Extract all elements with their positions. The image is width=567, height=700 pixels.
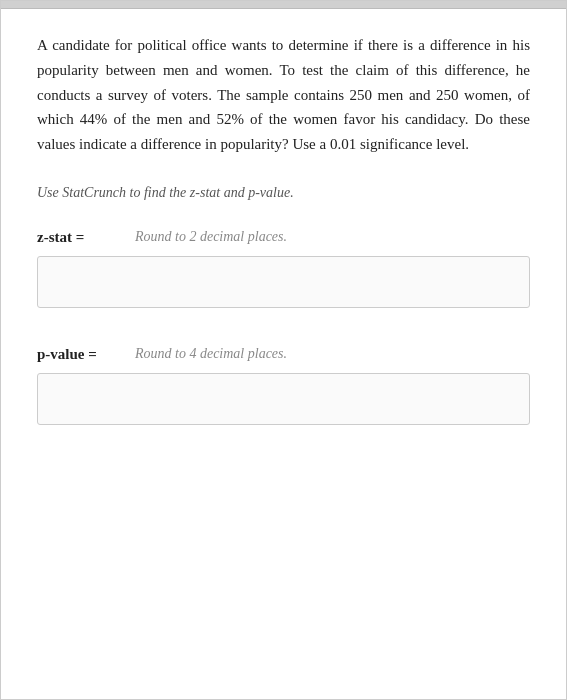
spacer	[37, 336, 530, 346]
pvalue-row: p-value = Round to 4 decimal places.	[37, 346, 530, 363]
zstat-label: z-stat =	[37, 229, 127, 246]
problem-text: A candidate for political office wants t…	[37, 33, 530, 157]
zstat-row: z-stat = Round to 2 decimal places.	[37, 229, 530, 246]
pvalue-hint: Round to 4 decimal places.	[135, 346, 287, 362]
pvalue-input[interactable]	[37, 373, 530, 425]
content-area: A candidate for political office wants t…	[1, 9, 566, 485]
zstat-input[interactable]	[37, 256, 530, 308]
top-border	[1, 1, 566, 9]
pvalue-label: p-value =	[37, 346, 127, 363]
instruction-text: Use StatCrunch to find the z-stat and p-…	[37, 185, 530, 201]
page-container: A candidate for political office wants t…	[0, 0, 567, 700]
zstat-hint: Round to 2 decimal places.	[135, 229, 287, 245]
